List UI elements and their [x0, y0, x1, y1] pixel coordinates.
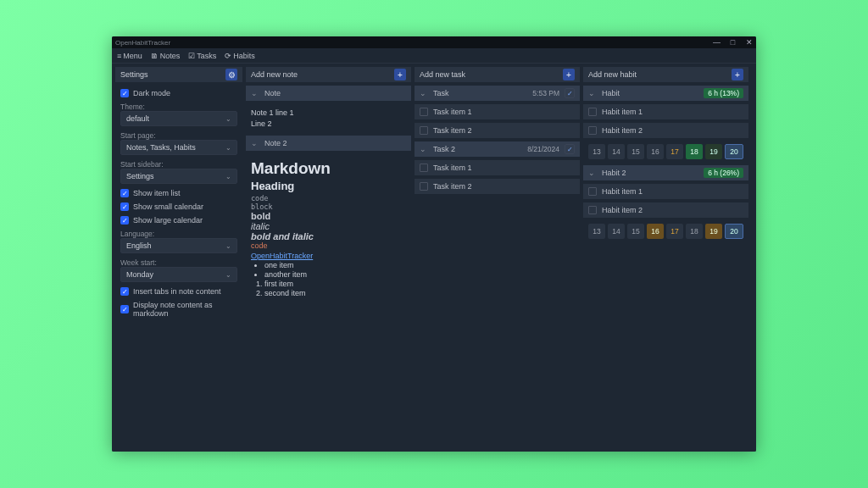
theme-select[interactable]: default⌄: [120, 111, 237, 126]
checkbox-icon[interactable]: [588, 126, 597, 135]
note-content[interactable]: Note 1 line 1 Line 2: [246, 104, 411, 132]
add-note-button[interactable]: +: [394, 69, 406, 80]
habit-calendar-row: 13 14 15 16 17 18 19 20: [583, 221, 748, 241]
menubar: ≡ Menu 🗎 Notes ☑ Tasks ⟳ Habits: [112, 48, 756, 64]
day-cell[interactable]: 19: [705, 144, 722, 159]
menu-button[interactable]: ≡ Menu: [117, 52, 142, 60]
dark-mode-checkbox[interactable]: ✓: [120, 89, 129, 97]
show-large-cal-checkbox[interactable]: ✓: [120, 216, 129, 225]
nav-notes[interactable]: 🗎 Notes: [151, 52, 181, 60]
checkbox-icon[interactable]: [588, 187, 597, 196]
collapse-icon[interactable]: ⌄: [420, 89, 428, 97]
checkbox-icon[interactable]: [420, 108, 428, 116]
checkbox-icon[interactable]: [420, 182, 428, 191]
content-area: Settings ⚙ ✓Dark mode Theme: default⌄ St…: [112, 64, 756, 452]
habit-calendar-row: 13 14 15 16 17 18 19 20: [583, 141, 748, 162]
show-item-list-checkbox[interactable]: ✓: [120, 189, 129, 197]
checkbox-icon[interactable]: [420, 164, 428, 172]
habits-panel: Add new habit + ⌄ Habit 6 h (13%) Habit …: [583, 67, 748, 448]
day-cell[interactable]: 17: [666, 144, 683, 159]
collapse-icon[interactable]: ⌄: [251, 139, 259, 147]
task-item[interactable]: Task item 2: [415, 123, 580, 138]
minimize-icon[interactable]: —: [713, 39, 721, 47]
task-item[interactable]: Task item 2: [415, 179, 580, 194]
nav-habits[interactable]: ⟳ Habits: [225, 52, 255, 60]
nav-tasks[interactable]: ☑ Tasks: [188, 52, 216, 60]
chevron-down-icon: ⌄: [225, 115, 231, 123]
task-item[interactable]: Task item 1: [415, 104, 580, 119]
day-cell[interactable]: 19: [705, 224, 722, 239]
habit-row[interactable]: ⌄ Habit 2 6 h (26%): [583, 165, 748, 180]
theme-label: Theme:: [120, 103, 237, 111]
note-row[interactable]: ⌄ Note 2: [246, 136, 411, 151]
checkbox-icon[interactable]: [588, 108, 597, 116]
notes-header: Add new note +: [246, 67, 411, 82]
habit-badge: 6 h (26%): [704, 168, 743, 178]
day-cell[interactable]: 20: [725, 144, 743, 159]
tasks-panel: Add new task + ⌄ Task 5:53 PM ✓ Task ite…: [415, 67, 580, 448]
day-cell[interactable]: 13: [588, 224, 605, 239]
note-row[interactable]: ⌄ Note: [246, 86, 411, 101]
maximize-icon[interactable]: □: [729, 39, 737, 47]
notes-panel: Add new note + ⌄ Note Note 1 line 1 Line…: [246, 67, 411, 448]
day-cell[interactable]: 14: [608, 144, 625, 159]
language-label: Language:: [120, 230, 237, 238]
checkbox-icon[interactable]: [420, 126, 428, 135]
day-cell[interactable]: 18: [686, 144, 703, 159]
collapse-icon[interactable]: ⌄: [588, 89, 597, 97]
start-sidebar-select[interactable]: Settings⌄: [120, 169, 237, 184]
day-cell[interactable]: 16: [647, 224, 664, 239]
add-task-button[interactable]: +: [563, 69, 575, 80]
window-controls: — □ ✕: [713, 39, 753, 47]
language-select[interactable]: English⌄: [120, 238, 237, 253]
chevron-down-icon: ⌄: [225, 242, 231, 250]
tasks-header: Add new task +: [415, 67, 580, 82]
habit-badge: 6 h (13%): [704, 88, 743, 98]
day-cell[interactable]: 13: [588, 144, 605, 159]
show-small-cal-checkbox[interactable]: ✓: [120, 202, 129, 211]
collapse-icon[interactable]: ⌄: [420, 145, 428, 153]
add-habit-button[interactable]: +: [732, 69, 743, 80]
habit-item[interactable]: Habit item 2: [583, 202, 748, 218]
task-row[interactable]: ⌄ Task 2 8/21/2024 ✓: [415, 141, 580, 157]
markdown-content[interactable]: Markdown Heading code block bold italic …: [246, 154, 411, 302]
app-window: OpenHabitTracker — □ ✕ ≡ Menu 🗎 Notes ☑ …: [112, 36, 756, 452]
checkbox-icon[interactable]: [588, 206, 597, 214]
collapse-icon[interactable]: ⌄: [251, 89, 259, 97]
display-md-checkbox[interactable]: ✓: [120, 305, 129, 313]
task-action-icon[interactable]: ✓: [565, 144, 575, 154]
day-cell[interactable]: 17: [666, 224, 683, 239]
start-page-label: Start page:: [120, 131, 237, 140]
start-sidebar-label: Start sidebar:: [120, 160, 237, 169]
task-date: 8/21/2024: [527, 145, 559, 153]
day-cell[interactable]: 15: [627, 144, 644, 159]
insert-tabs-checkbox[interactable]: ✓: [120, 287, 129, 296]
habits-header: Add new habit +: [583, 67, 748, 82]
settings-action-icon[interactable]: ⚙: [225, 69, 237, 80]
day-cell[interactable]: 18: [686, 224, 703, 239]
collapse-icon[interactable]: ⌄: [588, 169, 597, 177]
settings-header: Settings ⚙: [115, 67, 242, 82]
settings-panel: Settings ⚙ ✓Dark mode Theme: default⌄ St…: [115, 67, 242, 448]
day-cell[interactable]: 20: [725, 224, 743, 239]
day-cell[interactable]: 14: [608, 224, 625, 239]
habit-row[interactable]: ⌄ Habit 6 h (13%): [583, 86, 748, 101]
chevron-down-icon: ⌄: [225, 144, 231, 152]
habit-item[interactable]: Habit item 2: [583, 123, 748, 138]
task-row[interactable]: ⌄ Task 5:53 PM ✓: [415, 86, 580, 101]
start-page-select[interactable]: Notes, Tasks, Habits⌄: [120, 140, 237, 155]
note-link[interactable]: OpenHabitTracker: [251, 252, 313, 260]
task-item[interactable]: Task item 1: [415, 160, 580, 175]
chevron-down-icon: ⌄: [225, 271, 231, 279]
task-action-icon[interactable]: ✓: [565, 88, 575, 98]
chevron-down-icon: ⌄: [225, 173, 231, 180]
close-icon[interactable]: ✕: [745, 39, 753, 47]
week-start-select[interactable]: Monday⌄: [120, 267, 237, 282]
week-start-label: Week start:: [120, 258, 237, 267]
day-cell[interactable]: 15: [627, 224, 644, 239]
habit-item[interactable]: Habit item 1: [583, 104, 748, 119]
day-cell[interactable]: 16: [647, 144, 664, 159]
task-time: 5:53 PM: [532, 89, 559, 97]
titlebar: OpenHabitTracker — □ ✕: [112, 36, 756, 48]
habit-item[interactable]: Habit item 1: [583, 184, 748, 199]
